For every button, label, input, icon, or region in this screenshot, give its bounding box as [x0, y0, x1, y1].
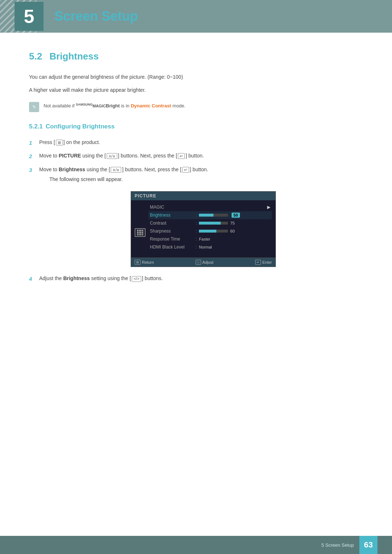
header-banner: 5 Screen Setup — [0, 0, 392, 33]
step-2: 2 Move to PICTURE using the [∧/∨] button… — [29, 152, 363, 161]
footer-return: ⊞ Return — [135, 260, 154, 265]
osd-item-magic: MAGIC ▶ — [148, 203, 272, 211]
monitor-icon — [135, 228, 146, 237]
osd-body: MAGIC ▶ Brightness : 50 — [131, 200, 275, 258]
main-content: 5.2Brightness You can adjust the general… — [0, 33, 392, 317]
note-text: Not available if SAMSUNGMAGICBright is i… — [44, 102, 185, 110]
subsection-title: 5.2.1Configuring Brightness — [29, 123, 363, 130]
osd-icon-col — [135, 203, 146, 255]
note-icon: ✎ — [29, 102, 39, 112]
footer-section-label: 5 Screen Setup — [321, 542, 354, 548]
osd-item-hdmi-black: HDMI Black Level : Normal — [148, 243, 272, 251]
steps-list: 1 Press [⊞] on the product. 2 Move to PI… — [29, 138, 363, 184]
osd-item-sharpness: Sharpness : 60 — [148, 227, 272, 235]
chapter-number: 5 — [15, 2, 44, 31]
osd-header: PICTURE — [131, 192, 275, 200]
page-number: 63 — [359, 536, 377, 554]
description-1: You can adjust the general brightness of… — [29, 73, 363, 82]
section-title: 5.2Brightness — [29, 51, 363, 62]
page-footer: 5 Screen Setup 63 — [0, 536, 392, 554]
osd-item-brightness: Brightness : 50 — [148, 211, 272, 219]
sharpness-bar — [199, 230, 228, 233]
step-3: 3 Move to Brightness using the [∧/∨] but… — [29, 165, 363, 184]
osd-footer: ⊞ Return ◇ Adjust ↵ Enter — [131, 258, 275, 267]
step-3-sub: The following screen will appear. — [49, 175, 208, 184]
osd-item-response-time: Response Time : Faster — [148, 235, 272, 243]
osd-menu: MAGIC ▶ Brightness : 50 — [148, 203, 272, 255]
osd-item-contrast: Contrast : 75 — [148, 219, 272, 227]
osd-container: PICTURE MAGIC — [131, 191, 276, 267]
contrast-bar — [199, 222, 228, 225]
footer-enter: ↵ Enter — [255, 260, 272, 265]
note-box: ✎ Not available if SAMSUNGMAGICBright is… — [29, 102, 363, 112]
description-2: A higher value will make the picture app… — [29, 86, 363, 95]
header-title: Screen Setup — [54, 9, 138, 24]
footer-adjust: ◇ Adjust — [196, 260, 214, 265]
brightness-bar — [199, 214, 228, 217]
step-4: 4 Adjust the Brightness setting using th… — [29, 274, 363, 284]
step-1: 1 Press [⊞] on the product. — [29, 138, 363, 148]
osd-screenshot: PICTURE MAGIC — [131, 191, 276, 267]
